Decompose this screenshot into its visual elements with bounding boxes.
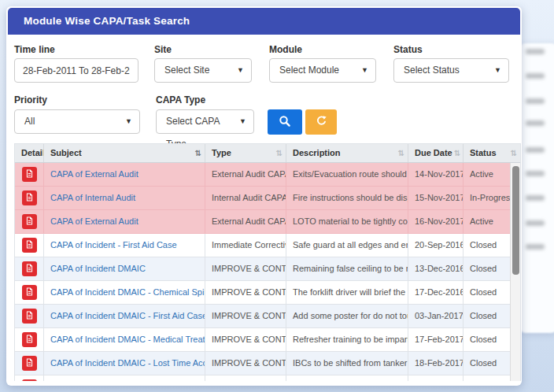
subject-link[interactable]: CAPA of Incident DMAIC - Medical Treatme…	[44, 328, 205, 351]
pdf-details-button[interactable]	[22, 332, 37, 347]
details-cell	[15, 281, 44, 304]
status-cell: In-Progress	[464, 187, 510, 209]
module-select[interactable]: Select Module ▼	[269, 58, 376, 83]
priority-select-value: All	[24, 116, 35, 127]
subject-link[interactable]: CAPA of Internal Audit	[44, 187, 205, 209]
description-cell: Refresher training to be imparte...	[286, 328, 408, 351]
description-cell: Remaining false ceiling to be re...	[286, 257, 408, 280]
sort-icon: ⇅	[275, 144, 283, 162]
pdf-details-button[interactable]	[22, 167, 37, 182]
capa-type-select[interactable]: Select CAPA Type ▼	[156, 109, 254, 134]
subject-link[interactable]: CAPA of Incident DMAIC - Chemical Spill …	[44, 281, 205, 304]
pdf-details-button[interactable]	[22, 261, 37, 276]
pdf-file-icon	[25, 216, 34, 227]
due-date-cell: 10-Mar-2017	[408, 375, 464, 381]
table-row: CAPA of External AuditExternal Audit CAP…	[15, 163, 510, 187]
chevron-down-icon: ▼	[361, 59, 368, 82]
pdf-details-button[interactable]	[22, 309, 37, 324]
due-date-cell: 13-Dec-2016	[408, 257, 464, 280]
column-header-details: Details	[15, 144, 44, 162]
capa-type-label: CAPA Type	[156, 94, 205, 105]
status-cell: Closed	[464, 328, 510, 351]
due-date-cell: 18-Feb-2017	[408, 352, 464, 375]
sort-icon: ⇅	[509, 144, 517, 162]
blurred-text-blob	[526, 73, 545, 79]
column-header-due-date[interactable]: Due Date ⇅	[408, 144, 464, 162]
column-header-subject[interactable]: Subject ⇅	[44, 144, 205, 162]
status-label: Status	[393, 44, 423, 55]
table-row: CAPA of Internal AuditInternal Audit CAP…	[15, 187, 510, 210]
table-row: CAPA of Incident DMAIC - Lost Time Accid…	[15, 352, 510, 375]
timeline-label: Time line	[14, 44, 55, 55]
refresh-arrow-icon	[316, 115, 327, 129]
scrollbar-thumb[interactable]	[512, 166, 519, 275]
details-cell	[15, 375, 44, 381]
refresh-button[interactable]	[305, 109, 337, 135]
magnifier-icon	[279, 115, 291, 130]
table-row: CAPA of Incident DMAIC - Chemical Spill …	[15, 375, 510, 381]
pdf-details-button[interactable]	[22, 356, 37, 371]
type-cell: Internal Audit CAPA	[205, 187, 286, 209]
details-cell	[15, 305, 44, 327]
pdf-file-icon	[25, 239, 34, 251]
search-button[interactable]	[268, 109, 302, 135]
subject-link[interactable]: CAPA of Incident DMAIC	[44, 257, 205, 280]
site-select-value: Select Site	[164, 65, 209, 76]
pdf-details-button[interactable]	[22, 285, 37, 300]
blurred-text-blob	[526, 147, 545, 153]
status-select[interactable]: Select Status ▼	[393, 58, 509, 83]
column-header-status[interactable]: Status ⇅	[464, 144, 520, 162]
details-cell	[15, 257, 44, 280]
priority-label: Priority	[14, 94, 47, 105]
chevron-down-icon: ▼	[494, 59, 501, 82]
status-cell: Closed	[464, 257, 510, 280]
subject-link[interactable]: CAPA of Incident DMAIC - Lost Time Accid…	[44, 352, 205, 375]
table-vertical-scrollbar[interactable]	[510, 163, 520, 381]
description-cell: Safe guard at all edges and ens...	[286, 234, 408, 257]
pdf-details-button[interactable]	[22, 238, 37, 253]
blurred-text-blob	[526, 120, 545, 126]
description-cell: LOTO material to be tightly cont...	[286, 210, 408, 233]
priority-select[interactable]: All ▼	[14, 109, 140, 134]
pdf-file-icon	[25, 192, 34, 204]
status-cell: Closed	[464, 375, 510, 381]
table-row: CAPA of External AuditExternal Audit CAP…	[15, 210, 510, 234]
description-cell: Exits/Evacuation route should b...	[286, 163, 408, 186]
subject-link[interactable]: CAPA of Incident - First Aid Case	[44, 234, 205, 257]
pdf-file-icon	[25, 263, 34, 275]
subject-link[interactable]: CAPA of Incident DMAIC - First Aid Case	[44, 305, 205, 327]
site-label: Site	[154, 44, 172, 55]
status-cell: Active	[464, 210, 510, 233]
module-label: Module	[269, 44, 302, 55]
subject-link[interactable]: CAPA of External Audit	[44, 210, 205, 233]
due-date-cell: 14-Nov-2017	[408, 163, 464, 186]
sort-icon: ⇅	[194, 144, 201, 162]
due-date-cell: 16-Nov-2017	[408, 210, 464, 233]
blurred-text-blob	[526, 171, 545, 176]
site-select[interactable]: Select Site ▼	[154, 58, 252, 83]
description-cell: Add some poster for do not touc...	[286, 305, 408, 327]
timeline-input[interactable]	[14, 58, 138, 83]
column-header-type[interactable]: Type ⇅	[205, 144, 286, 162]
details-cell	[15, 187, 44, 209]
pdf-details-button[interactable]	[22, 379, 37, 381]
table-row: CAPA of Incident DMAICIMPROVE & CONTR...…	[15, 257, 510, 281]
status-cell: Closed	[464, 305, 510, 327]
table-row: CAPA of Incident - First Aid CaseImmedia…	[15, 234, 510, 257]
chevron-down-icon: ▼	[239, 110, 246, 133]
details-cell	[15, 163, 44, 186]
status-cell: Active	[464, 163, 510, 186]
subject-link[interactable]: CAPA of External Audit	[44, 163, 205, 186]
pdf-details-button[interactable]	[22, 214, 37, 229]
module-select-value: Select Module	[279, 65, 339, 76]
chevron-down-icon: ▼	[237, 59, 244, 82]
capa-task-search-card: Module Wise CAPA/Task Search Time line S…	[6, 6, 522, 386]
type-cell: IMPROVE & CONTR...	[205, 375, 286, 381]
status-cell: Closed	[464, 352, 510, 375]
sort-icon: ⇅	[452, 144, 460, 162]
column-header-description[interactable]: Description ⇅	[286, 144, 408, 162]
sort-icon: ⇅	[397, 144, 404, 162]
type-cell: IMPROVE & CONTR...	[205, 352, 286, 375]
subject-link[interactable]: CAPA of Incident DMAIC - Chemical Spill …	[44, 375, 205, 381]
pdf-details-button[interactable]	[22, 190, 37, 205]
